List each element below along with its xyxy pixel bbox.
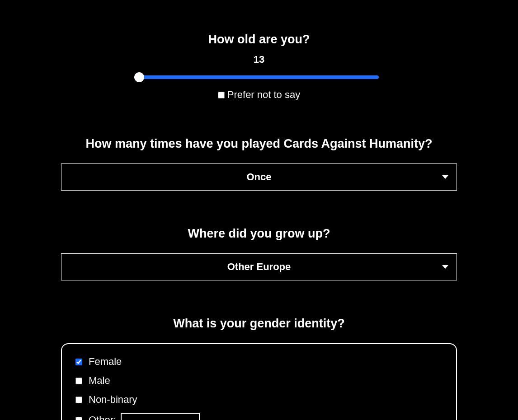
times-played-question: How many times have you played Cards Aga… <box>61 137 457 151</box>
times-played-value: Once <box>61 171 457 183</box>
age-slider-track <box>139 75 379 79</box>
gender-list: FemaleMaleNon-binaryOther:Prefer not to … <box>75 356 443 420</box>
gender-checkbox[interactable] <box>75 397 82 403</box>
gender-checkbox[interactable] <box>75 359 82 365</box>
svg-marker-0 <box>442 175 448 179</box>
gender-option: Non-binary <box>75 394 443 406</box>
gender-box: FemaleMaleNon-binaryOther:Prefer not to … <box>61 343 457 420</box>
gender-section: What is your gender identity? FemaleMale… <box>61 317 457 420</box>
age-section: How old are you? 13 Prefer not to say <box>61 33 457 101</box>
gender-label[interactable]: Female <box>89 356 122 368</box>
gender-label[interactable]: Male <box>89 375 110 387</box>
grow-up-question: Where did you grow up? <box>61 227 457 241</box>
grow-up-value: Other Europe <box>61 261 457 273</box>
gender-checkbox[interactable] <box>75 417 82 420</box>
gender-other-input[interactable] <box>121 413 200 420</box>
age-value: 13 <box>61 54 457 65</box>
grow-up-section: Where did you grow up? Other Europe <box>61 227 457 280</box>
svg-marker-1 <box>442 265 448 269</box>
gender-question: What is your gender identity? <box>61 317 457 331</box>
chevron-down-icon <box>442 265 448 269</box>
age-slider-thumb[interactable] <box>134 72 144 82</box>
gender-checkbox[interactable] <box>75 378 82 384</box>
gender-label[interactable]: Other: <box>89 414 116 420</box>
age-prefer-row: Prefer not to say <box>61 89 457 101</box>
times-played-dropdown[interactable]: Once <box>61 163 457 191</box>
gender-option: Male <box>75 375 443 387</box>
age-prefer-label[interactable]: Prefer not to say <box>227 89 300 101</box>
age-prefer-checkbox[interactable] <box>218 92 225 98</box>
times-played-section: How many times have you played Cards Aga… <box>61 137 457 191</box>
gender-label[interactable]: Non-binary <box>89 394 137 406</box>
gender-option: Female <box>75 356 443 368</box>
age-question: How old are you? <box>61 33 457 47</box>
chevron-down-icon <box>442 175 448 179</box>
grow-up-dropdown[interactable]: Other Europe <box>61 253 457 280</box>
gender-option: Other: <box>75 413 443 420</box>
age-slider[interactable] <box>139 71 379 84</box>
